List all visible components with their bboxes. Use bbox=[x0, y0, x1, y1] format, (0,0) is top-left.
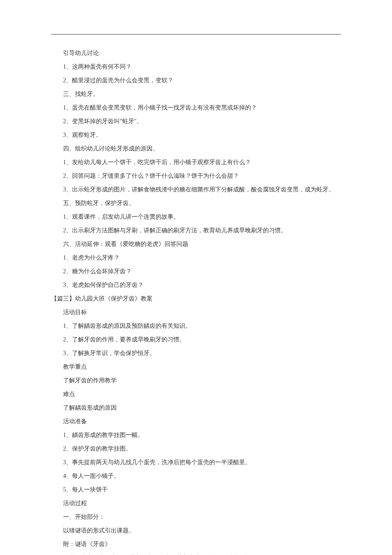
text-line: 了解龋齿形成的原因 bbox=[51, 402, 341, 414]
text-line: 2、回答问题：牙缝里多了什么？饼干什么滋味？饼干为什么会甜？ bbox=[51, 170, 341, 182]
text-line: 2、了解牙齿的作用，要养成早晚刷牙的习惯。 bbox=[51, 334, 341, 346]
text-line: 教学重点 bbox=[51, 361, 341, 373]
text-line: 活动过程 bbox=[51, 497, 341, 509]
text-line: 2、醋里浸过的蛋壳为什么会变黑，变软？ bbox=[51, 75, 341, 87]
text-line: 1、这两种蛋壳有何不同？ bbox=[51, 61, 341, 73]
text-line: 难点 bbox=[51, 388, 341, 400]
text-line: 了解牙齿的作用教学 bbox=[51, 375, 341, 387]
text-line: 2、变黑坏掉的牙齿叫"蛀牙"。 bbox=[51, 116, 341, 127]
top-divider bbox=[51, 34, 341, 35]
text-line: 1、了解龋齿形成的原因及预防龋齿的有关知识。 bbox=[51, 320, 341, 332]
text-line: 3、老虎如何保护自己的牙齿？ bbox=[51, 279, 341, 291]
text-line: 附：谜语《牙齿》 bbox=[51, 538, 341, 550]
text-line: 1、老虎为什么牙疼？ bbox=[51, 252, 341, 264]
text-line: 1、观看课件，启发幼儿讲一个连贯的故事。 bbox=[51, 211, 341, 223]
text-line: 活动准备 bbox=[51, 416, 341, 428]
text-line: 3、出示蛀牙形成的图片，讲解食物残渣中的糖在细菌作用下分解成酸，酸会腐蚀牙齿变黑… bbox=[51, 184, 341, 196]
text-line: 2、糖为什么会坏掉牙齿？ bbox=[51, 266, 341, 278]
text-line: 1、龋齿形成的教学挂图一幅。 bbox=[51, 429, 341, 441]
text-line: 六、活动延伸：观看《爱吃糖的老虎》回答问题 bbox=[51, 238, 341, 250]
text-line: 2、出示刷牙方法图解与牙刷，讲解正确的刷牙方法，教育幼儿养成早晚刷牙的习惯。 bbox=[51, 225, 341, 237]
text-line: 3、事先提前两天与幼儿找几个蛋壳，洗净后把每个蛋壳的一半浸醋里。 bbox=[51, 457, 341, 468]
text-line: 四、组织幼儿讨论蛀牙形成的原因。 bbox=[51, 143, 341, 155]
text-line: 活动目标 bbox=[51, 306, 341, 318]
text-line: 3、了解换牙常识，学会保护恒牙。 bbox=[51, 347, 341, 359]
document-content: 引导幼儿讨论1、这两种蛋壳有何不同？2、醋里浸过的蛋壳为什么会变黑，变软？三、找… bbox=[51, 47, 341, 555]
text-line: 3、观察蛀牙。 bbox=[51, 129, 341, 141]
text-line: 引导幼儿讨论 bbox=[51, 47, 341, 59]
text-line: 1、发给幼儿每人一个饼干，吃完饼干后，用小镜子观察牙齿上有什么？ bbox=[51, 156, 341, 168]
text-line: 五、预防蛀牙，保护牙齿。 bbox=[51, 197, 341, 209]
text-line: 2、保护牙齿的教学挂图。 bbox=[51, 443, 341, 455]
text-line: 以猜谜语的形式引出课题。 bbox=[51, 525, 341, 537]
text-line: 一、开始部分： bbox=[51, 511, 341, 523]
text-line: 1、蛋壳在醋里会变黑变软，用小镜子找一找牙齿上有没有变黑或坏掉的？ bbox=[51, 102, 341, 114]
text-line: 4、每人一面小镜子。 bbox=[51, 470, 341, 482]
text-line: 【篇三】幼儿园大班《保护牙齿》教案 bbox=[51, 293, 341, 305]
text-line: 健康卫士穿白衣，上下两排真整齐，口中饭菜它磨碎，早晚用刷把澡洗。 bbox=[51, 552, 341, 555]
text-line: 5、每人一块饼干 bbox=[51, 484, 341, 496]
text-line: 三、找蛀牙。 bbox=[51, 88, 341, 100]
